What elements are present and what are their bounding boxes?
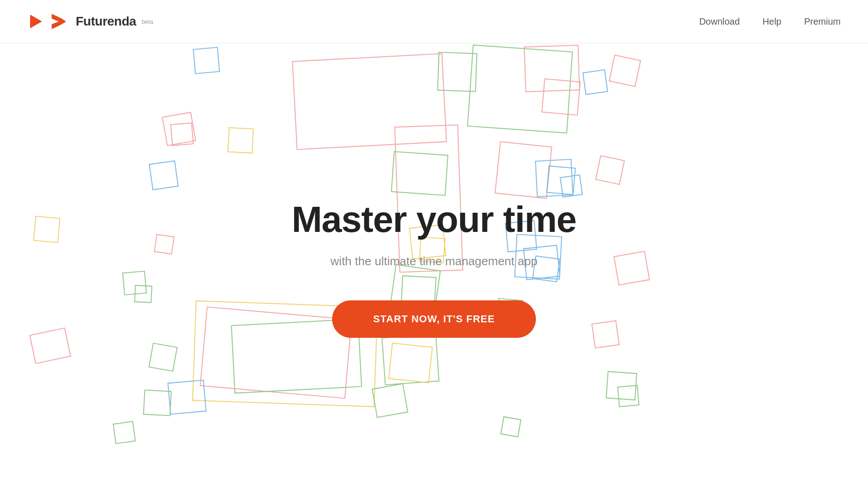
deco-rect-43 <box>613 251 650 285</box>
deco-rect-12 <box>149 160 179 190</box>
logo-icon <box>27 13 45 30</box>
site-header: Futurendabeta Download Help Premium <box>0 0 868 43</box>
deco-rect-5 <box>524 45 580 92</box>
deco-rect-21 <box>149 343 178 372</box>
deco-rect-9 <box>162 112 196 146</box>
deco-rect-10 <box>170 122 194 146</box>
deco-rect-32 <box>388 343 433 383</box>
deco-rect-4 <box>467 45 573 134</box>
main-nav: Download Help Premium <box>699 16 841 27</box>
deco-rect-37 <box>560 174 583 198</box>
deco-rect-47 <box>617 385 639 407</box>
deco-rect-16 <box>122 271 147 295</box>
deco-rect-38 <box>595 155 625 185</box>
deco-rect-45 <box>591 320 619 348</box>
deco-rect-23 <box>143 389 172 416</box>
nav-help[interactable]: Help <box>763 16 781 27</box>
deco-rect-36 <box>546 165 576 195</box>
deco-rect-26 <box>391 151 448 196</box>
deco-rect-2 <box>292 53 447 150</box>
hero-subtitle: with the ultimate time management app <box>291 254 576 268</box>
deco-rect-6 <box>541 79 581 116</box>
logo-brand-icon <box>49 12 68 31</box>
deco-rect-34 <box>494 141 552 199</box>
deco-rect-24 <box>113 421 136 444</box>
deco-rect-7 <box>582 69 608 95</box>
hero-section: Master your time with the ultimate time … <box>0 43 868 493</box>
deco-rect-31 <box>381 334 439 385</box>
deco-rect-8 <box>608 54 641 87</box>
deco-rect-35 <box>535 159 573 197</box>
deco-rect-15 <box>154 234 174 254</box>
deco-rect-17 <box>134 285 152 303</box>
deco-rect-33 <box>372 383 408 418</box>
hero-content: Master your time with the ultimate time … <box>291 199 576 338</box>
cta-button[interactable]: START NOW, IT'S FREE <box>332 300 536 338</box>
deco-rect-14 <box>29 327 71 364</box>
logo-text: Futurenda <box>76 14 136 29</box>
logo-beta: beta <box>141 18 153 25</box>
deco-rect-11 <box>228 127 254 154</box>
deco-rect-48 <box>500 416 521 437</box>
deco-rect-46 <box>606 371 637 400</box>
hero-title: Master your time <box>291 199 576 241</box>
deco-rect-13 <box>33 216 61 243</box>
deco-rect-22 <box>167 380 207 415</box>
logo-area: Futurendabeta <box>27 12 153 31</box>
deco-rect-3 <box>437 52 478 92</box>
deco-rect-1 <box>193 47 220 74</box>
nav-download[interactable]: Download <box>699 16 740 27</box>
nav-premium[interactable]: Premium <box>804 16 841 27</box>
